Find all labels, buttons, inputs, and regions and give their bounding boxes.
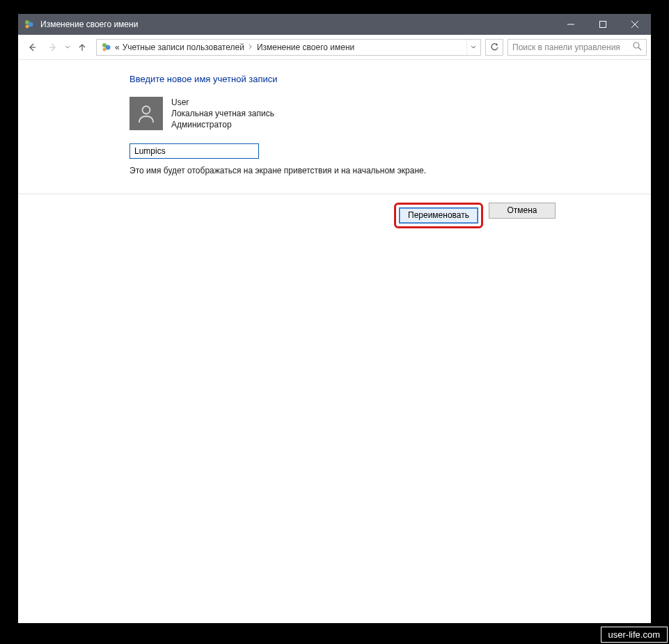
user-avatar-icon (129, 97, 163, 130)
account-name-input[interactable] (129, 143, 259, 159)
user-info-row: User Локальная учетная запись Администра… (129, 97, 651, 131)
highlight-annotation: Переименовать (394, 203, 483, 228)
back-button[interactable] (22, 38, 42, 57)
svg-point-15 (143, 107, 150, 114)
window-title: Изменение своего имени (40, 19, 555, 29)
panel-heading: Введите новое имя учетной записи (129, 74, 651, 84)
search-icon (633, 42, 642, 53)
user-info: User Локальная учетная запись Администра… (171, 97, 274, 131)
titlebar: Изменение своего имени (18, 14, 651, 35)
navbar: « Учетные записи пользователей Изменение… (18, 35, 651, 60)
search-box[interactable] (507, 39, 647, 56)
addressbar-icon (101, 42, 112, 53)
rename-panel: Введите новое имя учетной записи User Ло… (18, 60, 651, 189)
chevron-right-icon (249, 44, 253, 51)
breadcrumb-prefix: « (115, 42, 120, 52)
up-button[interactable] (72, 38, 92, 57)
forward-button[interactable] (43, 38, 63, 57)
close-button[interactable] (619, 14, 651, 35)
addressbar-dropdown[interactable] (466, 40, 479, 55)
breadcrumb-segment[interactable]: Учетные записи пользователей (123, 42, 244, 52)
hint-text: Это имя будет отображаться на экране при… (129, 166, 651, 175)
search-input[interactable] (512, 42, 633, 52)
window-controls (555, 14, 651, 35)
user-name: User (171, 97, 274, 108)
minimize-button[interactable] (555, 14, 587, 35)
maximize-button[interactable] (587, 14, 619, 35)
user-type: Локальная учетная запись (171, 108, 274, 119)
svg-rect-4 (600, 22, 606, 28)
cancel-button[interactable]: Отмена (489, 203, 556, 219)
recent-dropdown[interactable] (64, 45, 71, 49)
refresh-button[interactable] (485, 39, 503, 56)
svg-point-1 (29, 22, 33, 27)
rename-button[interactable]: Переименовать (399, 207, 478, 223)
addressbar[interactable]: « Учетные записи пользователей Изменение… (96, 39, 481, 56)
breadcrumb-segment[interactable]: Изменение своего имени (257, 42, 354, 52)
app-icon (24, 19, 35, 30)
svg-point-13 (633, 42, 639, 48)
svg-point-2 (26, 25, 29, 29)
action-buttons: Переименовать Отмена (18, 194, 651, 228)
content-area: Введите новое имя учетной записи User Ло… (18, 60, 651, 623)
svg-point-11 (106, 45, 111, 49)
user-role: Администратор (171, 119, 274, 130)
window: Изменение своего имени (17, 13, 652, 625)
watermark: user-life.com (601, 627, 668, 643)
svg-line-14 (638, 47, 641, 50)
svg-point-12 (103, 47, 107, 51)
